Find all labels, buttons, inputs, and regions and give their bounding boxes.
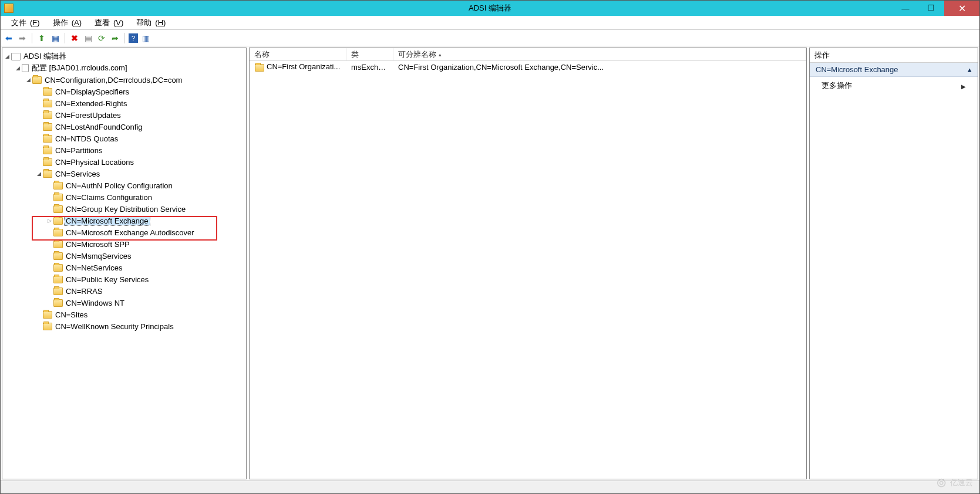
tree-services[interactable]: CN=Services (35, 168, 245, 180)
cell-name: CN=First Organizati... (267, 62, 340, 71)
folder-icon (53, 229, 63, 236)
tree-item[interactable]: CN=RRAS (46, 285, 245, 297)
tree-ms-exchange[interactable]: CN=Microsoft Exchange (46, 215, 245, 226)
menu-bar: 文件(F) 操作(A) 查看(V) 帮助(H) (1, 16, 979, 30)
tree-item[interactable]: CN=Partitions (35, 144, 245, 156)
properties-button[interactable] (82, 32, 94, 44)
tree-item[interactable]: CN=WellKnown Security Principals (35, 320, 245, 332)
folder-icon (43, 311, 52, 319)
pane-toggle-button[interactable] (140, 32, 151, 44)
tree-config-partition[interactable]: 配置 [BJAD01.rrclouds.com] (14, 62, 245, 74)
export-button[interactable] (109, 32, 121, 44)
delete-button[interactable] (69, 32, 80, 44)
folder-icon (53, 182, 63, 190)
list-row[interactable]: CN=First Organizati... msExchO... CN=Fir… (250, 61, 806, 73)
folder-icon (43, 135, 52, 143)
expand-icon[interactable] (25, 77, 32, 83)
tree-item[interactable]: CN=NTDS Quotas (35, 133, 245, 144)
close-button[interactable] (944, 1, 979, 16)
folder-icon (43, 111, 52, 119)
folder-icon (53, 287, 63, 295)
folder-icon (53, 205, 63, 213)
show-hide-button[interactable] (49, 32, 61, 44)
tree-item[interactable]: CN=NetServices (46, 262, 245, 273)
tree-item[interactable]: CN=Extended-Rights (35, 97, 245, 109)
cell-class: msExchO... (346, 63, 393, 72)
collapse-icon (968, 65, 972, 74)
help-button[interactable] (129, 33, 138, 43)
tree-item[interactable]: CN=AuthN Policy Configuration (46, 180, 245, 191)
folder-icon (53, 194, 63, 201)
actions-section-label: CN=Microsoft Exchange (816, 65, 898, 74)
list-pane[interactable]: 名称 类 可分辨名称 CN=First Organizati... msExch… (249, 48, 807, 479)
expand-icon[interactable] (46, 218, 53, 224)
folder-icon (53, 299, 63, 307)
tree-root[interactable]: ADSI 编辑器 (4, 50, 245, 62)
folder-icon (53, 276, 63, 283)
folder-icon (43, 147, 52, 154)
back-button[interactable] (3, 32, 15, 44)
partition-icon (22, 64, 29, 72)
main-area: ADSI 编辑器 配置 [BJAD01.rrclouds.com] (1, 46, 979, 481)
tree-item[interactable]: CN=Windows NT (46, 297, 245, 309)
actions-section-header[interactable]: CN=Microsoft Exchange (810, 63, 978, 77)
forward-button[interactable] (16, 32, 28, 44)
adsi-root-icon (11, 53, 21, 60)
tree-item[interactable]: CN=Claims Configuration (46, 191, 245, 203)
menu-file[interactable]: 文件(F) (4, 16, 43, 29)
watermark-icon (936, 475, 947, 490)
chevron-right-icon (961, 82, 966, 90)
window-title: ADSI 编辑器 (469, 3, 511, 13)
cell-dn: CN=First Organization,CN=Microsoft Excha… (393, 63, 806, 72)
folder-icon (53, 252, 63, 260)
expand-icon[interactable] (4, 53, 11, 59)
folder-icon (53, 264, 63, 272)
actions-more-label: 更多操作 (821, 80, 852, 91)
folder-icon (43, 170, 52, 178)
folder-icon (255, 64, 264, 72)
actions-pane: 操作 CN=Microsoft Exchange 更多操作 (809, 48, 978, 479)
tree-item[interactable]: CN=ForestUpdates (35, 109, 245, 121)
actions-more[interactable]: 更多操作 (810, 77, 978, 94)
folder-icon (43, 100, 52, 107)
col-header-dn[interactable]: 可分辨名称 (393, 48, 806, 60)
watermark: 亿速云 (936, 475, 973, 490)
tree-pane[interactable]: ADSI 编辑器 配置 [BJAD01.rrclouds.com] (2, 48, 247, 479)
toolbar (1, 30, 979, 46)
minimize-button[interactable] (893, 1, 918, 16)
expand-icon[interactable] (14, 65, 21, 71)
tree-item[interactable]: CN=Microsoft SPP (46, 238, 245, 250)
tree-item[interactable]: CN=Physical Locations (35, 156, 245, 168)
refresh-button[interactable] (96, 32, 107, 44)
col-header-class[interactable]: 类 (346, 48, 393, 60)
menu-view[interactable]: 查看(V) (87, 16, 127, 29)
col-header-name[interactable]: 名称 (250, 48, 346, 60)
watermark-text: 亿速云 (950, 478, 973, 488)
folder-icon (32, 76, 42, 84)
toolbar-sep (124, 33, 125, 43)
title-bar: ADSI 编辑器 (1, 1, 979, 16)
tree-item[interactable]: CN=Public Key Services (46, 273, 245, 285)
folder-icon (53, 241, 63, 248)
folder-icon (53, 217, 63, 225)
folder-icon (43, 323, 52, 330)
tree-ms-exchange-autodiscover[interactable]: CN=Microsoft Exchange Autodiscover (46, 226, 245, 238)
status-bar (1, 481, 979, 493)
toolbar-sep (65, 33, 65, 43)
tree-item[interactable]: CN=MsmqServices (46, 250, 245, 262)
toolbar-sep (32, 33, 32, 43)
maximize-button[interactable] (918, 1, 944, 16)
tree-configuration-dn[interactable]: CN=Configuration,DC=rrclouds,DC=com (25, 74, 245, 86)
tree-item[interactable]: CN=Group Key Distribution Service (46, 203, 245, 215)
tree-item[interactable]: CN=LostAndFoundConfig (35, 121, 245, 133)
app-icon (4, 4, 14, 13)
up-button[interactable] (36, 32, 48, 44)
menu-help[interactable]: 帮助(H) (129, 16, 169, 29)
tree-item[interactable]: CN=Sites (35, 309, 245, 320)
tree-item[interactable]: CN=DisplaySpecifiers (35, 86, 245, 97)
expand-icon[interactable] (35, 171, 42, 177)
list-header: 名称 类 可分辨名称 (250, 48, 806, 61)
menu-action[interactable]: 操作(A) (46, 16, 85, 29)
actions-title: 操作 (810, 48, 978, 63)
folder-icon (43, 158, 52, 166)
